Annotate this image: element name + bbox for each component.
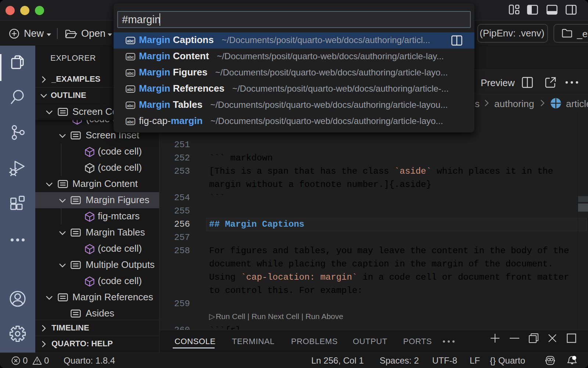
svg-text:abc: abc xyxy=(127,55,134,59)
svg-text:abc: abc xyxy=(127,103,134,108)
svg-text:abc: abc xyxy=(127,120,134,124)
svg-text:abc: abc xyxy=(127,71,134,75)
svg-text:abc: abc xyxy=(127,39,134,43)
svg-text:abc: abc xyxy=(127,87,134,92)
